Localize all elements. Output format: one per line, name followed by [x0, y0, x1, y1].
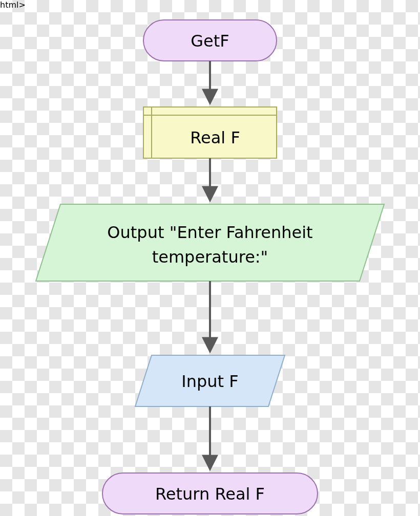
io-input: Input F — [135, 355, 285, 406]
io-output-line2: temperature:" — [152, 247, 268, 267]
terminator-start: GetF — [143, 20, 277, 61]
terminator-return: Return Real F — [102, 473, 318, 514]
flowchart: GetF Real F Output "Enter Fahrenheit tem… — [0, 10, 420, 516]
terminator-start-label: GetF — [191, 31, 229, 51]
process-declare-label: Real F — [190, 128, 240, 147]
terminator-return-label: Return Real F — [155, 484, 265, 504]
io-output-line1: Output "Enter Fahrenheit — [107, 223, 312, 242]
io-input-label: Input F — [181, 372, 238, 391]
svg-marker-4 — [36, 204, 384, 281]
io-output: Output "Enter Fahrenheit temperature:" — [36, 204, 384, 281]
process-declare: Real F — [143, 107, 277, 158]
